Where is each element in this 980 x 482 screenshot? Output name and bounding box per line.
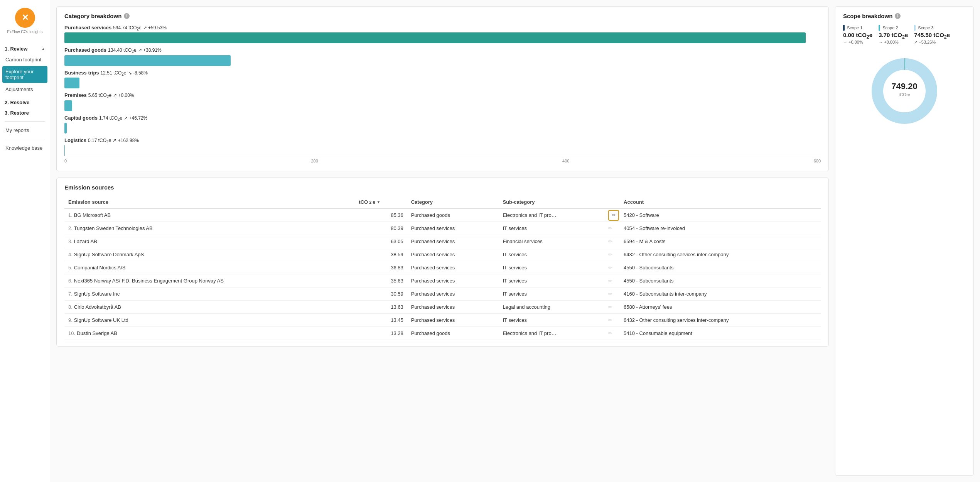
category-breakdown-card: Category breakdown i Purchased services … — [56, 6, 829, 171]
cell-name: 3.Lazard AB — [64, 235, 355, 248]
cell-name: 9.SignUp Software UK Ltd — [64, 314, 355, 327]
scope2-change: → +0.00% — [879, 40, 908, 44]
bar-label-purchased-goods: Purchased goods 134.40 tCO2e ↗ +38.91% — [64, 47, 821, 54]
scope2-color — [879, 25, 880, 31]
cell-category: Purchased services — [407, 314, 499, 327]
review-label: 1. Review — [5, 46, 27, 52]
nav-divider-2 — [5, 139, 45, 139]
col-emission-source: Emission source — [64, 196, 355, 208]
restore-label: 3. Restore — [5, 110, 29, 116]
edit-button[interactable]: ✏ — [608, 210, 619, 221]
cell-account: 4550 - Subconsultants — [620, 261, 821, 274]
cell-value: 13.28 — [355, 327, 407, 340]
edit-cell: ✏ — [608, 248, 620, 261]
cell-category: Purchased services — [407, 222, 499, 235]
logo-area: ✕ ExFlow CO₂ Insights — [0, 4, 50, 41]
bar-container-premises — [64, 100, 821, 111]
sidebar-item-review[interactable]: 1. Review ▲ — [0, 44, 50, 54]
edit-icon[interactable]: ✏ — [608, 252, 612, 257]
cell-account: 4550 - Subconsultants — [620, 274, 821, 288]
cell-account: 6432 - Other consulting services inter-c… — [620, 248, 821, 261]
bar-purchased-services — [64, 32, 806, 43]
chart-axis: 0 200 400 600 — [64, 156, 821, 163]
col-account: Account — [620, 196, 821, 208]
sidebar: ✕ ExFlow CO₂ Insights 1. Review ▲ Carbon… — [0, 0, 50, 482]
scope1-value: 0.00 tCO2e — [843, 32, 872, 40]
nav-divider-1 — [5, 121, 45, 122]
edit-icon[interactable]: ✏ — [608, 238, 612, 244]
edit-cell: ✏ — [608, 235, 620, 248]
edit-icon[interactable]: ✏ — [608, 304, 612, 310]
cell-category: Purchased services — [407, 288, 499, 301]
scope1-change: → +0.00% — [843, 40, 872, 44]
cell-value: 35.63 — [355, 274, 407, 288]
sidebar-item-knowledge-base[interactable]: Knowledge base — [0, 142, 50, 154]
scope3-color — [914, 25, 916, 31]
table-header-row: Emission source tCO2e ▼ Category Sub-cat… — [64, 196, 821, 208]
sidebar-item-explore-footprint[interactable]: Explore your footprint — [2, 66, 47, 83]
donut-chart-container: 749.20 tCO₂e — [843, 52, 966, 130]
bar-container-logistics — [64, 145, 821, 156]
edit-icon[interactable]: ✏ — [608, 317, 612, 323]
sidebar-item-adjustments[interactable]: Adjustments — [0, 84, 50, 95]
table-row: 5.Companial Nordics A/S 36.83 Purchased … — [64, 261, 821, 274]
scope-breakdown-card: Scope breakdown i Scope 1 0.00 tCO2e → +… — [835, 6, 974, 476]
sidebar-item-carbon-footprint[interactable]: Carbon footprint — [0, 54, 50, 65]
logo-icon[interactable]: ✕ — [15, 8, 35, 28]
bar-premises — [64, 100, 72, 111]
sidebar-item-my-reports[interactable]: My reports — [0, 125, 50, 136]
bar-label-capital-goods: Capital goods 1.74 tCO2e ↗ +46.72% — [64, 115, 821, 122]
bar-label-premises: Premises 5.65 tCO2e ↗ +0.00% — [64, 92, 821, 99]
cell-value: 63.05 — [355, 235, 407, 248]
content-body: Category breakdown i Purchased services … — [50, 0, 980, 482]
scope-stats: Scope 1 0.00 tCO2e → +0.00% Scope 2 3.70… — [843, 25, 966, 45]
sidebar-item-resolve[interactable]: 2. Resolve — [0, 97, 50, 108]
cell-name: 4.SignUp Software Denmark ApS — [64, 248, 355, 261]
table-row: 3.Lazard AB 63.05 Purchased services Fin… — [64, 235, 821, 248]
scope2-item: Scope 2 3.70 tCO2e → +0.00% — [879, 25, 908, 45]
cell-name: 7.SignUp Software Inc — [64, 288, 355, 301]
table-row: 9.SignUp Software UK Ltd 13.45 Purchased… — [64, 314, 821, 327]
cell-account: 5410 - Consumable equipment — [620, 327, 821, 340]
bar-business-trips — [64, 78, 79, 88]
category-info-icon[interactable]: i — [124, 13, 130, 19]
cell-category: Purchased services — [407, 301, 499, 314]
category-breakdown-title: Category breakdown i — [64, 13, 821, 19]
cell-category: Purchased services — [407, 261, 499, 274]
emission-tbody: 1.BG Microsoft AB 85.36 Purchased goods … — [64, 208, 821, 340]
cell-name: 8.Cirio Advokatbyrå AB — [64, 301, 355, 314]
donut-total-unit: tCO₂e — [899, 92, 910, 97]
scope3-value: 745.50 tCO2e — [914, 32, 950, 40]
table-row: 8.Cirio Advokatbyrå AB 13.63 Purchased s… — [64, 301, 821, 314]
edit-icon[interactable]: ✏ — [608, 225, 612, 231]
bar-label-business-trips: Business trips 12.51 tCO2e ↘ -8.58% — [64, 70, 821, 76]
emission-table-wrapper: Emission source tCO2e ▼ Category Sub-cat… — [64, 196, 821, 340]
sidebar-item-restore[interactable]: 3. Restore — [0, 108, 50, 118]
cell-name: 10.Dustin Sverige AB — [64, 327, 355, 340]
left-panel: Category breakdown i Purchased services … — [56, 6, 829, 476]
scope-title-text: Scope breakdown — [843, 13, 892, 19]
bar-row-premises: Premises 5.65 tCO2e ↗ +0.00% — [64, 92, 821, 111]
edit-icon[interactable]: ✏ — [608, 278, 612, 284]
cell-category: Purchased services — [407, 235, 499, 248]
cell-value: 36.83 — [355, 261, 407, 274]
scope-info-icon[interactable]: i — [895, 13, 901, 19]
edit-icon[interactable]: ✏ — [608, 265, 612, 271]
col-subcategory: Sub-category — [499, 196, 608, 208]
edit-icon[interactable]: ✏ — [608, 330, 612, 336]
scope1-item: Scope 1 0.00 tCO2e → +0.00% — [843, 25, 872, 45]
cell-subcategory: Financial services — [499, 235, 608, 248]
bar-container-purchased-goods — [64, 55, 821, 66]
bar-logistics — [64, 145, 65, 156]
cell-subcategory: IT services — [499, 274, 608, 288]
col-tco2[interactable]: tCO2e ▼ — [355, 196, 407, 208]
cell-value: 30.59 — [355, 288, 407, 301]
cell-name: 5.Companial Nordics A/S — [64, 261, 355, 274]
edit-cell: ✏ — [608, 301, 620, 314]
cell-subcategory: IT services — [499, 314, 608, 327]
cell-value: 85.36 — [355, 208, 407, 222]
cell-category: Purchased services — [407, 274, 499, 288]
category-title-text: Category breakdown — [64, 13, 121, 19]
bar-row-capital-goods: Capital goods 1.74 tCO2e ↗ +46.72% — [64, 115, 821, 134]
edit-icon[interactable]: ✏ — [608, 291, 612, 297]
